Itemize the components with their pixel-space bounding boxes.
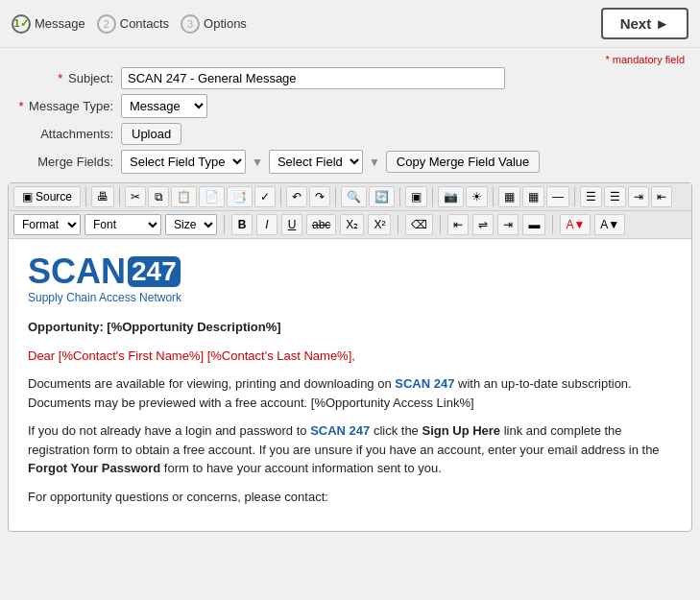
toolbar-sep-f1 <box>224 215 225 234</box>
step-2-label: Contacts <box>120 16 169 31</box>
toolbar-sep-7 <box>493 187 494 206</box>
toolbar-sep-1 <box>85 187 86 206</box>
merge-fields-label: Merge Fields: <box>15 155 121 169</box>
toolbar-sep-2 <box>119 187 120 206</box>
replace-button[interactable]: 🔄 <box>369 186 395 207</box>
step-1-label: Message <box>35 16 85 31</box>
body-paragraph-3: For opportunity questions or concerns, p… <box>28 488 672 507</box>
body-paragraph-2: If you do not already have a login and p… <box>28 421 672 478</box>
highlight-button[interactable]: A▼ <box>594 214 625 235</box>
greeting-line: Dear [%Contact's First Name%] [%Contact'… <box>28 347 672 366</box>
hline-button[interactable]: — <box>546 186 569 207</box>
editor-content-area[interactable]: SCAN 247 Supply Chain Access Network Opp… <box>9 239 691 531</box>
indent-button[interactable]: ⇥ <box>628 186 649 207</box>
subject-input[interactable] <box>121 67 505 89</box>
merge-fields-controls: Select Field Type ▼ Select Field ▼ Copy … <box>121 150 540 174</box>
form-area: * mandatory field * Subject: * Message T… <box>0 48 700 182</box>
logo-area: SCAN 247 Supply Chain Access Network <box>28 254 672 304</box>
toolbar-sep-8 <box>574 187 575 206</box>
logo-badge: 247 <box>128 256 181 287</box>
underline-button[interactable]: U <box>281 214 302 235</box>
upload-button[interactable]: Upload <box>121 123 181 145</box>
format-select[interactable]: Format <box>13 214 81 235</box>
toolbar-sep-6 <box>432 187 433 206</box>
superscript-button[interactable]: X² <box>368 214 391 235</box>
next-button[interactable]: Next ► <box>601 8 688 39</box>
toolbar-sep-f3 <box>440 215 441 234</box>
toolbar-sep-3 <box>280 187 281 206</box>
image-button[interactable]: 📷 <box>438 186 464 207</box>
opportunity-line: Opportunity: [%Opportunity Description%] <box>28 318 672 337</box>
step-2-contacts: 2 Contacts <box>97 14 169 34</box>
align-center-button[interactable]: ⇌ <box>472 214 494 235</box>
message-type-select[interactable]: Message <box>121 94 207 118</box>
step-1-circle: 1✓ <box>12 14 31 34</box>
paste-button[interactable]: 📋 <box>171 186 197 207</box>
attachments-label: Attachments: <box>15 127 121 141</box>
italic-button[interactable]: I <box>256 214 278 235</box>
bold-button[interactable]: B <box>231 214 253 235</box>
paste-text-button[interactable]: 📄 <box>199 186 225 207</box>
table-props-button[interactable]: ▦ <box>522 186 544 207</box>
text-color-button[interactable]: A▼ <box>560 214 591 235</box>
ul-button[interactable]: ☰ <box>604 186 626 207</box>
copy-merge-button[interactable]: Copy Merge Field Value <box>386 151 541 173</box>
toolbar-sep-5 <box>399 187 400 206</box>
copy-button[interactable]: ⧉ <box>148 186 169 207</box>
find-button[interactable]: 🔍 <box>341 186 367 207</box>
step-2-circle: 2 <box>97 14 116 34</box>
eraser-button[interactable]: ⌫ <box>405 214 433 235</box>
logo-subtitle: Supply Chain Access Network <box>28 291 672 304</box>
logo-text: SCAN 247 <box>28 254 672 289</box>
select-field[interactable]: Select Field <box>269 150 363 174</box>
toolbar-format: Format Font Size B I U abc X₂ X² ⌫ ⇤ ⇌ ⇥… <box>9 211 691 239</box>
print-button[interactable]: 🖶 <box>91 186 114 207</box>
toolbar-top: ▣ Source 🖶 ✂ ⧉ 📋 📄 📑 ✓ ↶ ↷ 🔍 🔄 ▣ 📷 ☀ ▦ ▦… <box>9 183 691 211</box>
mandatory-note: * mandatory field <box>15 54 685 65</box>
table-button[interactable]: ▦ <box>498 186 520 207</box>
subject-label: * Subject: <box>15 71 121 85</box>
paste-word-button[interactable]: 📑 <box>227 186 253 207</box>
select-field-type[interactable]: Select Field Type <box>121 150 246 174</box>
size-select[interactable]: Size <box>165 214 217 235</box>
step-3-options: 3 Options <box>181 14 247 34</box>
source-button[interactable]: ▣ Source <box>13 186 81 207</box>
align-justify-button[interactable]: ▬ <box>522 214 545 235</box>
strikethrough-button[interactable]: abc <box>306 214 336 235</box>
ol-button[interactable]: ☰ <box>580 186 602 207</box>
body-paragraph-1: Documents are available for viewing, pri… <box>28 374 672 412</box>
toolbar-sep-f4 <box>552 215 553 234</box>
align-right-button[interactable]: ⇥ <box>497 214 519 235</box>
message-type-label: * Message Type: <box>15 99 121 113</box>
outdent-button[interactable]: ⇤ <box>651 186 672 207</box>
font-select[interactable]: Font <box>84 214 161 235</box>
toolbar-sep-f2 <box>398 215 398 234</box>
align-left-button[interactable]: ⇤ <box>447 214 469 235</box>
attachments-row: Attachments: Upload <box>15 123 685 145</box>
rich-text-editor: ▣ Source 🖶 ✂ ⧉ 📋 📄 📑 ✓ ↶ ↷ 🔍 🔄 ▣ 📷 ☀ ▦ ▦… <box>8 182 692 532</box>
step-3-label: Options <box>204 16 247 31</box>
subscript-button[interactable]: X₂ <box>340 214 364 235</box>
select-all-button[interactable]: ▣ <box>405 186 427 207</box>
wizard-header: 1✓ Message 2 Contacts 3 Options Next ► <box>0 0 700 48</box>
merge-fields-row: Merge Fields: Select Field Type ▼ Select… <box>15 150 685 174</box>
subject-row: * Subject: <box>15 67 685 89</box>
toolbar-sep-4 <box>335 187 336 206</box>
undo-button[interactable]: ↶ <box>286 186 307 207</box>
redo-button[interactable]: ↷ <box>309 186 330 207</box>
spell-check-button[interactable]: ✓ <box>254 186 276 207</box>
flash-button[interactable]: ☀ <box>466 186 488 207</box>
step-1-message: 1✓ Message <box>12 14 85 34</box>
logo-scan: SCAN <box>28 254 126 289</box>
cut-button[interactable]: ✂ <box>125 186 146 207</box>
step-3-circle: 3 <box>181 14 200 34</box>
message-type-row: * Message Type: Message <box>15 94 685 118</box>
